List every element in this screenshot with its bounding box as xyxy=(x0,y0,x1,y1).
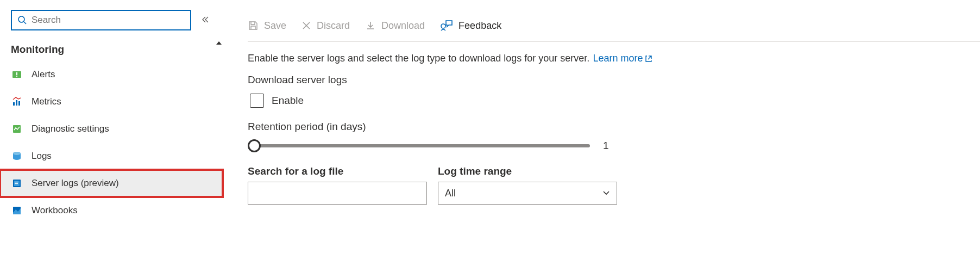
search-input[interactable] xyxy=(32,15,185,26)
sidebar-item-label: Metrics xyxy=(32,96,61,107)
enable-label: Enable xyxy=(272,95,304,107)
discard-label: Discard xyxy=(317,20,350,32)
download-label: Download xyxy=(381,20,425,32)
description-text: Enable the server logs and select the lo… xyxy=(248,53,589,64)
workbooks-icon xyxy=(11,205,23,217)
download-server-logs-label: Download server logs xyxy=(248,70,980,90)
download-icon xyxy=(365,20,376,31)
search-box[interactable] xyxy=(11,10,191,30)
sidebar-item-server-logs[interactable]: Server logs (preview) xyxy=(0,170,223,197)
toolbar: Save Discard Download Feedback xyxy=(248,20,980,42)
sidebar-item-diagnostic-settings[interactable]: Diagnostic settings xyxy=(0,115,223,143)
sidebar-item-workbooks[interactable]: Workbooks xyxy=(0,197,223,224)
scroll-up-indicator[interactable] xyxy=(215,39,223,47)
retention-value: 1 xyxy=(603,140,609,152)
sidebar-item-label: Alerts xyxy=(32,69,55,80)
search-log-input[interactable] xyxy=(248,182,427,205)
sidebar-item-label: Diagnostic settings xyxy=(32,123,109,134)
svg-point-16 xyxy=(441,24,445,28)
svg-rect-4 xyxy=(16,76,17,77)
log-time-range-label: Log time range xyxy=(438,165,617,177)
diagnostic-icon xyxy=(11,123,23,135)
svg-rect-6 xyxy=(16,100,17,106)
sidebar-item-logs[interactable]: Logs xyxy=(0,143,223,170)
svg-rect-5 xyxy=(13,102,15,106)
svg-point-0 xyxy=(18,16,24,22)
save-button[interactable]: Save xyxy=(248,20,286,32)
sidebar-item-label: Logs xyxy=(32,151,52,162)
external-link-icon xyxy=(645,55,652,63)
logs-icon xyxy=(11,150,23,162)
feedback-button[interactable]: Feedback xyxy=(440,20,501,32)
discard-icon xyxy=(301,21,311,30)
save-icon xyxy=(248,20,259,31)
feedback-label: Feedback xyxy=(458,20,501,32)
enable-checkbox[interactable] xyxy=(250,94,264,108)
retention-label: Retention period (in days) xyxy=(248,116,980,137)
svg-rect-7 xyxy=(18,101,20,106)
sidebar-item-label: Server logs (preview) xyxy=(32,178,119,189)
discard-button[interactable]: Discard xyxy=(301,20,350,32)
slider-thumb[interactable] xyxy=(248,139,261,152)
svg-rect-3 xyxy=(16,72,17,75)
feedback-icon xyxy=(440,20,453,32)
sidebar-item-metrics[interactable]: Metrics xyxy=(0,88,223,115)
svg-line-1 xyxy=(24,22,26,24)
svg-point-10 xyxy=(13,152,21,155)
sidebar: Monitoring Alerts Metrics Diagnostic set… xyxy=(0,0,223,278)
log-time-range-select[interactable]: All xyxy=(438,182,617,205)
chevron-down-icon xyxy=(602,190,610,196)
sidebar-item-alerts[interactable]: Alerts xyxy=(0,61,223,88)
search-icon xyxy=(17,15,27,25)
retention-slider[interactable] xyxy=(248,139,590,152)
main-content: Save Discard Download Feedback Enable th… xyxy=(223,0,980,278)
metrics-icon xyxy=(11,96,23,108)
learn-more-label: Learn more xyxy=(593,53,643,64)
sidebar-section-monitoring: Monitoring xyxy=(0,38,223,61)
chevron-double-left-icon xyxy=(201,15,210,24)
save-label: Save xyxy=(264,20,286,32)
download-button[interactable]: Download xyxy=(365,20,425,32)
sidebar-item-label: Workbooks xyxy=(32,205,78,216)
server-logs-icon xyxy=(11,177,23,189)
svg-rect-13 xyxy=(15,182,18,182)
select-value: All xyxy=(445,188,456,199)
slider-track xyxy=(253,144,590,147)
search-log-label: Search for a log file xyxy=(248,165,427,177)
alerts-icon xyxy=(11,69,23,81)
learn-more-link[interactable]: Learn more xyxy=(593,53,652,64)
svg-rect-14 xyxy=(15,183,18,184)
collapse-sidebar-button[interactable] xyxy=(201,15,212,26)
